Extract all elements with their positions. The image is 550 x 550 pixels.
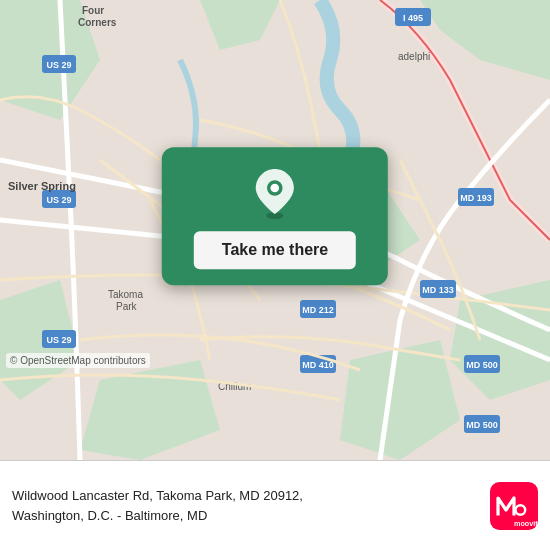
moovit-logo: moovit: [490, 482, 538, 530]
location-pin-icon: [249, 167, 301, 219]
bottom-bar: Wildwood Lancaster Rd, Takoma Park, MD 2…: [0, 460, 550, 550]
osm-credit: © OpenStreetMap contributors: [6, 353, 150, 368]
address-line1: Wildwood Lancaster Rd, Takoma Park, MD 2…: [12, 488, 303, 503]
address-text: Wildwood Lancaster Rd, Takoma Park, MD 2…: [12, 486, 480, 525]
svg-text:moovit: moovit: [514, 519, 538, 528]
svg-text:I 495: I 495: [403, 13, 423, 23]
svg-text:US 29: US 29: [46, 335, 71, 345]
svg-text:US 29: US 29: [46, 195, 71, 205]
svg-text:US 29: US 29: [46, 60, 71, 70]
take-me-there-button[interactable]: Take me there: [194, 231, 356, 269]
address-line2: Washington, D.C. - Baltimore, MD: [12, 508, 207, 523]
svg-text:MD 410: MD 410: [302, 360, 334, 370]
svg-text:MD 133: MD 133: [422, 285, 454, 295]
green-panel: Take me there: [162, 147, 388, 285]
map-container[interactable]: I 495 US 29 US 29 US 29 MD 193 MD 133 MD…: [0, 0, 550, 460]
svg-text:Corners: Corners: [78, 17, 117, 28]
take-me-there-overlay: Take me there: [162, 147, 388, 285]
svg-text:MD 500: MD 500: [466, 420, 498, 430]
svg-text:Takoma: Takoma: [108, 289, 143, 300]
svg-text:Silver Spring: Silver Spring: [8, 180, 76, 192]
svg-text:Park: Park: [116, 301, 138, 312]
moovit-logo-icon: moovit: [490, 482, 538, 530]
svg-text:MD 500: MD 500: [466, 360, 498, 370]
svg-text:adelphi: adelphi: [398, 51, 430, 62]
address-block: Wildwood Lancaster Rd, Takoma Park, MD 2…: [12, 486, 480, 525]
svg-text:MD 212: MD 212: [302, 305, 334, 315]
svg-text:Four: Four: [82, 5, 104, 16]
svg-text:MD 193: MD 193: [460, 193, 492, 203]
svg-point-38: [271, 184, 280, 193]
